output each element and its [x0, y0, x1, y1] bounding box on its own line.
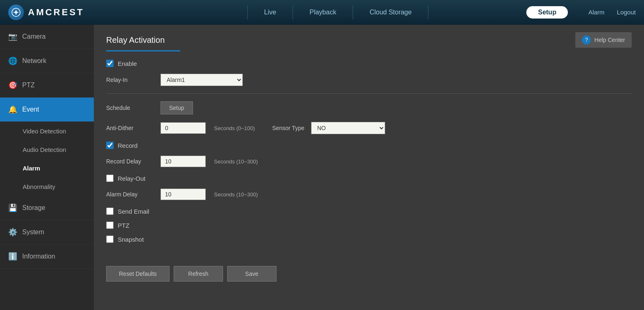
sidebar-sub-audio-detection-label: Audio Detection [23, 146, 66, 153]
event-icon: 🔔 [8, 105, 17, 114]
anti-dither-label: Anti-Dither [106, 125, 156, 131]
sidebar-item-storage-label: Storage [22, 204, 45, 212]
system-icon: ⚙️ [8, 228, 17, 237]
sidebar-sub-alarm-label: Alarm [23, 165, 40, 172]
nav-live[interactable]: Live [247, 5, 293, 19]
sidebar-item-information-label: Information [22, 253, 55, 260]
schedule-row: Schedule Setup [106, 101, 632, 114]
sidebar-sub-item-video-detection[interactable]: Video Detection [0, 122, 94, 140]
send-email-label: Send Email [118, 208, 149, 215]
help-icon: ? [582, 35, 591, 44]
relay-in-label: Relay-In [106, 77, 156, 83]
nav-alarm[interactable]: Alarm [588, 9, 604, 16]
nav-right: Setup Alarm Logout [518, 6, 636, 19]
divider-1 [106, 93, 632, 94]
sidebar-item-system-label: System [22, 228, 44, 236]
page-title-group: Relay Activation [106, 35, 165, 45]
logo-text: AMCREST [28, 7, 84, 18]
sidebar-sub-item-audio-detection[interactable]: Audio Detection [0, 140, 94, 159]
sidebar-item-ptz-label: PTZ [22, 82, 35, 89]
refresh-button[interactable]: Refresh [174, 266, 223, 282]
sidebar-sub-video-detection-label: Video Detection [23, 128, 66, 135]
record-delay-label: Record Delay [106, 158, 156, 165]
main-layout: 📷 Camera 🌐 Network 🎯 PTZ 🔔 Event Video D… [0, 25, 644, 310]
enable-checkbox[interactable] [106, 60, 114, 67]
schedule-setup-button[interactable]: Setup [160, 101, 193, 114]
record-checkbox[interactable] [106, 142, 114, 149]
sidebar-item-network[interactable]: 🌐 Network [0, 49, 94, 73]
anti-dither-row: Anti-Dither Seconds (0~100) Sensor Type … [106, 122, 632, 134]
sidebar-item-ptz[interactable]: 🎯 PTZ [0, 73, 94, 98]
logo-icon [8, 5, 24, 20]
schedule-label: Schedule [106, 105, 156, 111]
sidebar-sub-item-alarm[interactable]: Alarm [0, 159, 94, 177]
information-icon: ℹ️ [8, 252, 17, 261]
sidebar-item-camera[interactable]: 📷 Camera [0, 25, 94, 49]
sidebar-item-event[interactable]: 🔔 Event [0, 98, 94, 122]
anti-dither-input[interactable] [160, 122, 206, 134]
form-area: Enable Relay-In Alarm1 Alarm2 Alarm3 Sch… [94, 51, 644, 258]
storage-icon: 💾 [8, 203, 17, 212]
relay-out-label: Relay-Out [118, 175, 146, 182]
record-label: Record [118, 142, 137, 149]
camera-icon: 📷 [8, 32, 17, 41]
snapshot-label: Snapshot [118, 236, 144, 243]
nav-logout[interactable]: Logout [617, 9, 636, 16]
ptz-icon: 🎯 [8, 81, 17, 90]
sidebar-item-storage[interactable]: 💾 Storage [0, 196, 94, 220]
record-delay-hint: Seconds (10~300) [214, 158, 258, 165]
page-header: Relay Activation ? Help Center [94, 25, 644, 48]
help-center-label: Help Center [594, 37, 625, 43]
sensor-type-group: Sensor Type NO NC [272, 122, 385, 134]
alarm-delay-input[interactable] [160, 189, 206, 200]
alarm-delay-label: Alarm Delay [106, 191, 156, 198]
sidebar-item-network-label: Network [22, 57, 46, 65]
ptz-label: PTZ [118, 222, 129, 229]
nav-setup-btn[interactable]: Setup [526, 6, 567, 19]
send-email-row: Send Email [106, 207, 632, 215]
sidebar-item-system[interactable]: ⚙️ System [0, 220, 94, 245]
sensor-type-label: Sensor Type [272, 125, 304, 131]
record-row: Record [106, 142, 632, 149]
snapshot-row: Snapshot [106, 235, 632, 243]
sidebar-item-event-label: Event [22, 106, 39, 113]
record-delay-input[interactable] [160, 156, 206, 167]
bottom-buttons: Reset Defaults Refresh Save [94, 258, 644, 290]
relay-in-select[interactable]: Alarm1 Alarm2 Alarm3 [160, 74, 243, 86]
logo: AMCREST [8, 5, 84, 20]
reset-defaults-button[interactable]: Reset Defaults [106, 266, 170, 282]
send-email-checkbox[interactable] [106, 207, 114, 215]
relay-in-row: Relay-In Alarm1 Alarm2 Alarm3 [106, 74, 632, 86]
save-button[interactable]: Save [227, 266, 277, 282]
sidebar-item-camera-label: Camera [22, 33, 46, 40]
sensor-type-select[interactable]: NO NC [311, 122, 385, 134]
snapshot-checkbox[interactable] [106, 235, 114, 243]
enable-label: Enable [118, 60, 137, 67]
help-center-button[interactable]: ? Help Center [575, 32, 632, 48]
enable-row: Enable [106, 60, 632, 67]
alarm-delay-row: Alarm Delay Seconds (10~300) [106, 189, 632, 200]
alarm-delay-hint: Seconds (10~300) [214, 191, 258, 198]
nav-links: Live Playback Cloud Storage [247, 5, 429, 19]
ptz-row: PTZ [106, 221, 632, 229]
nav-playback[interactable]: Playback [293, 5, 353, 19]
relay-out-checkbox[interactable] [106, 175, 114, 182]
nav-cloud-storage[interactable]: Cloud Storage [353, 5, 428, 19]
relay-out-row: Relay-Out [106, 175, 632, 182]
network-icon: 🌐 [8, 56, 17, 65]
sidebar-sub-item-abnormality[interactable]: Abnormality [0, 177, 94, 196]
sidebar-sub-abnormality-label: Abnormality [23, 183, 55, 190]
svg-point-1 [15, 11, 17, 14]
page-title: Relay Activation [106, 35, 165, 45]
sidebar-item-information[interactable]: ℹ️ Information [0, 245, 94, 269]
sidebar: 📷 Camera 🌐 Network 🎯 PTZ 🔔 Event Video D… [0, 25, 94, 310]
header: AMCREST Live Playback Cloud Storage Setu… [0, 0, 644, 25]
anti-dither-hint: Seconds (0~100) [214, 125, 255, 131]
record-delay-row: Record Delay Seconds (10~300) [106, 156, 632, 167]
ptz-checkbox[interactable] [106, 221, 114, 229]
content-area: Relay Activation ? Help Center Enable Re… [94, 25, 644, 310]
